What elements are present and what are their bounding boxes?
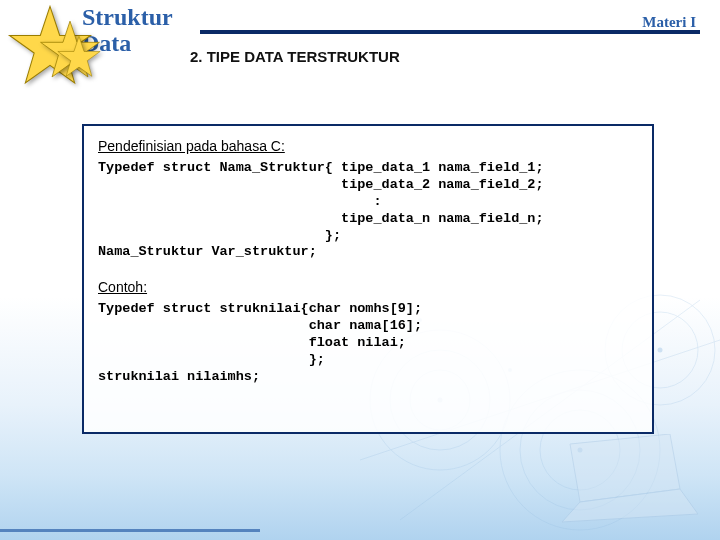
header-rule xyxy=(200,30,700,34)
svg-point-11 xyxy=(578,448,583,453)
example-heading: Contoh: xyxy=(98,279,638,295)
svg-point-12 xyxy=(658,348,663,353)
definition-code: Typedef struct Nama_Struktur{ tipe_data_… xyxy=(98,160,638,261)
materi-label: Materi I xyxy=(642,14,696,31)
bottom-accent-bar xyxy=(0,529,260,532)
slide: Struktur Data Materi I 2. TIPE DATA TERS… xyxy=(0,0,720,540)
laptop-deco xyxy=(550,434,700,524)
definition-heading: Pendefinisian pada bahasa C: xyxy=(98,138,638,154)
section-heading: 2. TIPE DATA TERSTRUKTUR xyxy=(190,48,400,65)
header: Struktur Data Materi I 2. TIPE DATA TERS… xyxy=(0,0,720,70)
svg-marker-17 xyxy=(58,36,100,76)
content-panel: Pendefinisian pada bahasa C: Typedef str… xyxy=(82,124,654,434)
star-icon xyxy=(56,34,102,80)
example-code: Typedef struct struknilai{char nomhs[9];… xyxy=(98,301,638,385)
